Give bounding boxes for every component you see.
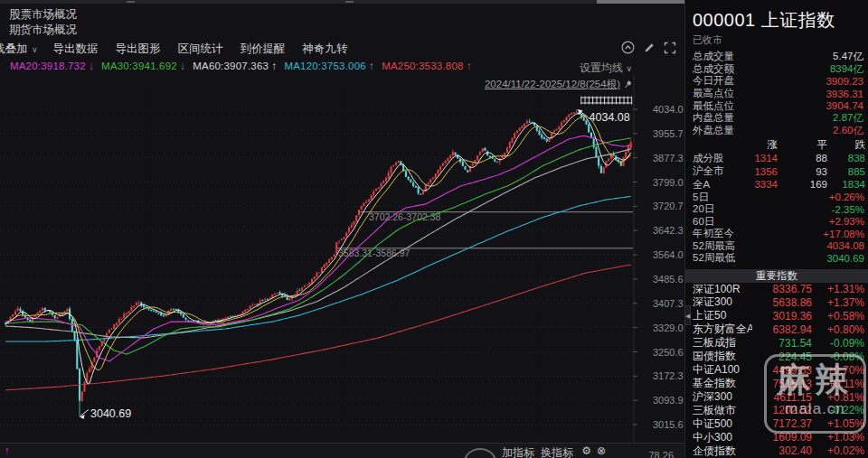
stock-app-window: 股票市场概况期货市场概况 线叠加 ∨导出数据导出图形区间统计到价提醒神奇九转 [0,0,868,458]
svg-text:3720.71: 3720.71 [653,201,684,211]
stat-row: 总成交额 8394亿 [685,63,868,76]
svg-text:3877.39: 3877.39 [653,153,684,164]
svg-text:3093.97: 3093.97 [653,395,684,406]
index-row[interactable]: 中证A100 4499.53 +0.70% [685,363,868,377]
ma-legend-item: MA250:3533.808 ↑ [382,61,472,71]
top-strip-dash [127,1,135,3]
quote-stats: 总成交量 5.47亿 总成交额 8394亿 今日开盘 3909.23 最高点位 … [685,51,868,136]
performance-list: 5日 +0.26% 20日 -2.35% 60日 +2.93% 年初至今 +17… [685,192,868,265]
index-row[interactable]: 国债指数 224.45 -0.08% [685,350,868,363]
svg-text:3329.00: 3329.00 [653,322,684,333]
index-row[interactable]: 企债指数 302.40 +0.02% [685,444,868,458]
performance-row: 年初至今 +17.08% [685,228,868,240]
instrument-title: 000001 上证指数 [693,8,868,33]
quote-panel: ◀ 000001 上证指数 已收市 总成交量 5.47亿 总成交额 8394亿 … [684,0,868,458]
index-row[interactable]: 深证100R 8336.75 +1.31% [685,283,868,296]
svg-text:3407.34: 3407.34 [653,298,684,309]
svg-text:3799.05: 3799.05 [653,177,684,188]
toolbar-menu-item[interactable]: 导出数据 [53,42,100,57]
toolbar-menu-item[interactable]: 神奇九转 [303,42,350,57]
index-row[interactable]: 基金指数 7516.13 +0.11% [685,377,868,390]
breadth-header: 涨 平 跌 [685,138,868,152]
index-row[interactable]: 中证500 7172.37 +1.05% [685,417,868,431]
switch-indicator-button[interactable]: 换指标 [541,445,573,458]
panel-collapse-handle[interactable]: ◀ [684,305,691,325]
candlestick-chart[interactable]: 4034.083955.743877.393799.053720.713642.… [0,76,684,443]
toolbar-menu-item[interactable]: 区间统计 [178,42,225,57]
stat-row: 内盘总量 2.87亿 [685,112,868,125]
svg-text:3955.74: 3955.74 [653,128,684,139]
performance-row: 52周最低 3040.69 [685,252,868,265]
breadth-table: 涨 平 跌 成分股 1314 88 838 沪全市 1356 93 885 [685,138,868,191]
sidebar-item[interactable]: 股票市场概况 [9,7,77,23]
svg-text:3485.68: 3485.68 [653,274,684,285]
toolbar-menu: 线叠加 ∨导出数据导出图形区间统计到价提醒神奇九转 [0,42,350,57]
stat-row: 最低点位 3904.74 [685,99,868,112]
index-row[interactable]: 上证50 3019.36 +0.58% [685,310,868,323]
svg-text:3040.69: 3040.69 [90,407,131,420]
performance-row: 5日 +0.26% [685,192,868,204]
svg-text:4034.08: 4034.08 [590,111,630,124]
ma-legend-item: MA120:3753.006 ↑ [284,61,374,71]
stat-row: 总成交量 5.47亿 [685,51,868,63]
important-indices-header: 重要指数 [685,269,868,283]
market-status: 已收市 [693,33,868,47]
pane-ma-arrow: ↑ [5,444,10,455]
index-row[interactable]: 中小300 1609.09 +1.03% [685,431,868,444]
add-indicator-button[interactable]: 加指标 [502,445,534,458]
index-row[interactable]: 三板做市 1202.52 -0.22% [685,404,868,417]
indicator-close-icon[interactable]: ⊗ [597,444,606,457]
index-row[interactable]: 三板成指 731.54 -0.09% [685,336,868,350]
collapse-circle-icon[interactable] [621,41,635,54]
top-strip-dash [345,1,354,3]
breadth-row: 全A 3334 169 1834 [685,178,868,192]
ma-legend-item: MA20:3918.732 ↓ [10,61,94,71]
indicator-pane-header: ↑ 加指标 换指标 ⚙ ⊗ 78.26 [0,443,684,458]
ma-legend-row: ↑MA20:3918.732 ↓MA30:3941.692 ↓MA60:3907… [1,59,634,73]
fullscreen-icon[interactable] [664,42,676,54]
chart-pane: 股票市场概况期货市场概况 线叠加 ∨导出数据导出图形区间统计到价提醒神奇九转 [0,4,684,458]
stat-row: 最高点位 3936.31 [685,88,868,100]
svg-text:3250.66: 3250.66 [653,347,684,358]
clipped-ma-arrow: ↑ [1,61,3,71]
stat-row: 今日开盘 3909.23 [685,75,868,88]
chart-toolbar: 线叠加 ∨导出数据导出图形区间统计到价提醒神奇九转 [0,40,684,57]
svg-text:3702.26-3702.38: 3702.26-3702.38 [369,211,441,222]
toolbar-menu-item[interactable]: 线叠加 ∨ [0,42,38,57]
sidebar-item[interactable]: 期货市场概况 [9,23,77,38]
breadth-row: 沪全市 1356 93 885 [685,164,868,178]
ma-legend-item: MA30:3941.692 ↓ [101,61,185,71]
ma-legend-item: MA60:3907.363 ↑ [193,61,277,71]
svg-text:3564.03: 3564.03 [653,249,684,260]
sub-axis-value: 78.26 [648,450,674,458]
draw-pen-icon[interactable] [643,42,656,54]
index-row[interactable]: 深证300 5638.86 +1.37% [685,296,868,310]
breadth-row: 成分股 1314 88 838 [685,152,868,165]
svg-text:3172.32: 3172.32 [653,370,684,381]
toolbar-menu-item[interactable]: 到价提醒 [241,42,288,57]
index-row[interactable]: 沪深300 4611.15 +0.81% [685,390,868,404]
svg-text:3015.63: 3015.63 [653,419,684,430]
performance-row: 52周最高 4034.08 [685,240,868,253]
performance-row: 60日 +2.93% [685,216,868,229]
performance-row: 20日 -2.35% [685,203,868,216]
svg-text:4034.08: 4034.08 [653,104,684,115]
toolbar-menu-item[interactable]: 导出图形 [116,42,163,57]
indices-list: 深证100R 8336.75 +1.31% 深证300 5638.86 +1.3… [685,283,868,458]
ma-settings-button[interactable]: 设置均线 ∨ [580,61,632,76]
stat-row: 外盘总量 2.60亿 [685,125,868,137]
indicator-settings-gear-icon[interactable]: ⚙ [581,444,591,457]
index-row[interactable]: 东方财富全A 6382.94 +0.80% [685,322,868,336]
svg-text:3642.37: 3642.37 [653,225,684,236]
market-overview-list: 股票市场概况期货市场概况 [9,7,77,38]
